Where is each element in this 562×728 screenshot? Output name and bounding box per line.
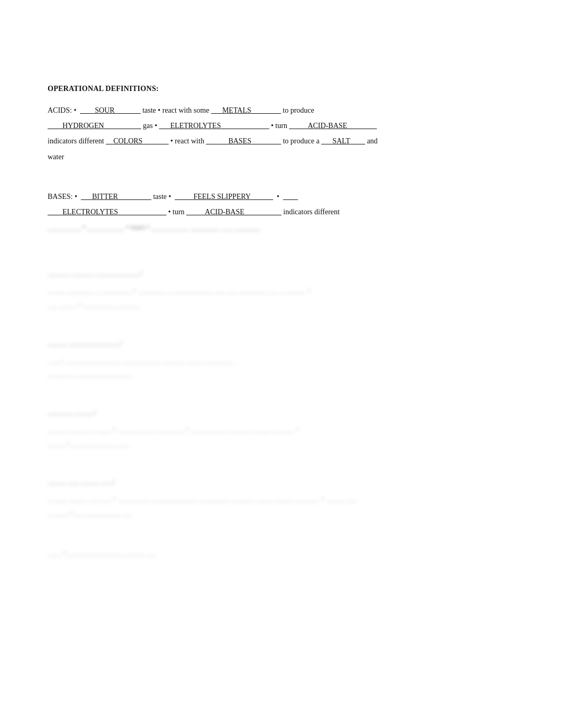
blurred-section-2-line1: ____: ________________ ___________ _____…	[48, 354, 514, 367]
bases-line-2: ____ELECTROLYTES_____________ • turn ___…	[48, 205, 514, 219]
blurred-section-1-line2: ___ _____ • _________ _______	[48, 298, 514, 312]
blurred-header-4: _____ ___ _____ ___:	[48, 477, 514, 485]
blurred-header-1: ______ ______ ____________:	[48, 268, 514, 277]
acids-line-3: indicators different __COLORS_______ • r…	[48, 134, 514, 148]
blurred-section-4-line1: ______ _____ ___ ___ • _________ _______…	[48, 493, 514, 506]
acids-section: ACIDS: • ____SOUR_______ taste • react w…	[48, 104, 514, 163]
blurred-section-3: _______ _____: ______ _____ __ ____ • __…	[48, 407, 514, 450]
blurred-section-3-line1: ______ _____ __ ____ • _______ ___ _____…	[48, 423, 514, 436]
blurred-section-5-line1: ____ • ________________ ______ ___	[48, 547, 514, 560]
blurred-section-1-line1: _____ ________ __ ________ • ________ __…	[48, 284, 514, 297]
blurred-section-4-line2: ______ • ___ __________ ___	[48, 507, 514, 520]
blurred-section-1: ______ ______ ____________: _____ ______…	[48, 268, 514, 311]
acids-line-2: ____HYDROGEN__________ gas • ___ELETROLY…	[48, 119, 514, 132]
blurred-section-5: ____ • ________________ ______ ___	[48, 547, 514, 560]
bases-section: BASES: • ___BITTER_________ taste • ____…	[48, 190, 514, 234]
acids-line-4: water	[48, 150, 514, 163]
blurred-section-3-line2: _____ • __ __________ ____	[48, 438, 514, 451]
blurred-section-2: _____ ______________: ____: ____________…	[48, 338, 514, 381]
blurred-section-4: _____ ___ _____ ___: ______ _____ ___ __…	[48, 477, 514, 520]
operational-definitions-heading: OPERATIONAL DEFINITIONS:	[48, 85, 514, 93]
blurred-header-2: _____ ______________:	[48, 338, 514, 347]
blurred-header-3: _______ _____:	[48, 407, 514, 416]
bases-line-3-blurred: _________ • __________ • react • _______…	[48, 221, 514, 234]
bases-line-1: BASES: • ___BITTER_________ taste • ____…	[48, 190, 514, 203]
page-container: OPERATIONAL DEFINITIONS: ACIDS: • ____SO…	[0, 0, 562, 728]
blurred-section-2-line2: _______ _________________	[48, 368, 514, 381]
acids-line-1: ACIDS: • ____SOUR_______ taste • react w…	[48, 104, 514, 117]
